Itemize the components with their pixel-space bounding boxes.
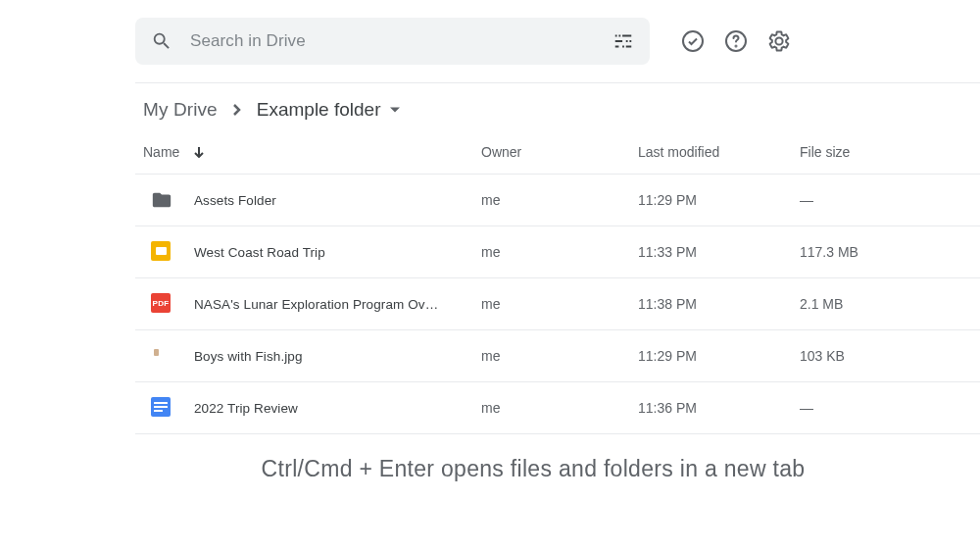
file-size: 117.3 MB: [800, 244, 980, 260]
image-thumbnail-icon: [151, 345, 172, 367]
file-name: Assets Folder: [194, 193, 276, 208]
file-owner: me: [481, 296, 638, 312]
top-bar: Search in Drive: [135, 0, 980, 83]
file-name: Boys with Fish.jpg: [194, 349, 303, 364]
breadcrumb-current[interactable]: Example folder: [257, 99, 401, 121]
file-modified: 11:36 PM: [638, 400, 800, 416]
help-icon[interactable]: [724, 29, 748, 53]
column-header-modified[interactable]: Last modified: [638, 144, 800, 160]
pdf-icon: PDF: [151, 293, 172, 315]
table-row[interactable]: Boys with Fish.jpg me 11:29 PM 103 KB: [135, 330, 980, 382]
file-size: —: [800, 400, 980, 416]
svg-point-2: [736, 46, 737, 47]
file-list: Assets Folder me 11:29 PM — West Coast R…: [135, 175, 980, 434]
file-size: 2.1 MB: [800, 296, 980, 312]
file-owner: me: [481, 348, 638, 364]
file-modified: 11:29 PM: [638, 192, 800, 208]
file-name: 2022 Trip Review: [194, 401, 298, 416]
file-name: NASA's Lunar Exploration Program Ov…: [194, 297, 438, 312]
file-owner: me: [481, 192, 638, 208]
file-size: 103 KB: [800, 348, 980, 364]
toolbar-icons: [681, 29, 791, 53]
gear-icon[interactable]: [767, 29, 791, 53]
breadcrumb-current-label: Example folder: [257, 99, 381, 121]
breadcrumb-root[interactable]: My Drive: [143, 99, 218, 121]
file-modified: 11:33 PM: [638, 244, 800, 260]
docs-icon: [151, 397, 172, 419]
file-owner: me: [481, 244, 638, 260]
column-name-label: Name: [143, 144, 179, 160]
table-row[interactable]: PDF NASA's Lunar Exploration Program Ov……: [135, 278, 980, 330]
sort-arrow-down-icon: [193, 146, 205, 158]
table-row[interactable]: West Coast Road Trip me 11:33 PM 117.3 M…: [135, 226, 980, 278]
caret-down-icon: [390, 105, 400, 115]
folder-icon: [151, 189, 172, 211]
column-header-owner[interactable]: Owner: [481, 144, 638, 160]
search-icon: [151, 30, 172, 52]
column-header-size[interactable]: File size: [800, 144, 980, 160]
search-placeholder: Search in Drive: [190, 31, 612, 51]
file-name: West Coast Road Trip: [194, 245, 325, 260]
breadcrumb: My Drive Example folder: [135, 83, 980, 136]
search-input[interactable]: Search in Drive: [135, 18, 650, 65]
table-row[interactable]: 2022 Trip Review me 11:36 PM —: [135, 382, 980, 434]
column-header-name[interactable]: Name: [143, 144, 481, 160]
file-modified: 11:38 PM: [638, 296, 800, 312]
table-header: Name Owner Last modified File size: [135, 144, 980, 175]
keyboard-hint: Ctrl/Cmd + Enter opens files and folders…: [135, 434, 980, 482]
svg-point-0: [683, 31, 703, 51]
file-modified: 11:29 PM: [638, 348, 800, 364]
ready-offline-icon[interactable]: [681, 29, 705, 53]
filter-icon[interactable]: [612, 30, 634, 52]
file-owner: me: [481, 400, 638, 416]
table-row[interactable]: Assets Folder me 11:29 PM —: [135, 175, 980, 226]
slides-icon: [151, 241, 172, 263]
file-size: —: [800, 192, 980, 208]
chevron-right-icon: [231, 104, 243, 116]
